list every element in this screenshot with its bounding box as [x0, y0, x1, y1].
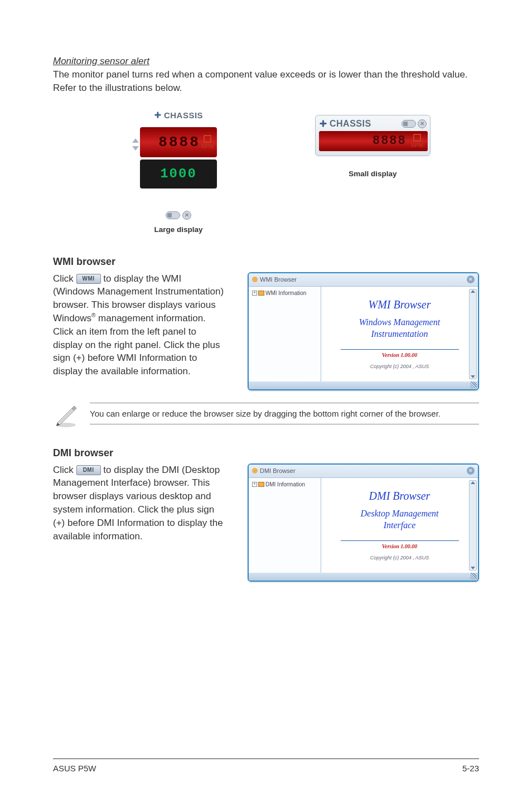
- small-sensor-label: CHASSIS: [330, 119, 371, 129]
- resize-handle[interactable]: [470, 573, 477, 579]
- browser-main-subtitle: Windows ManagementInstrumentation: [359, 317, 440, 340]
- folder-icon: [258, 482, 264, 487]
- version-text: Version 1.00.00: [341, 540, 459, 549]
- toggle-icon: [402, 120, 416, 128]
- tree-panel[interactable]: + WMI Information: [249, 287, 321, 381]
- alert-value-panel: 8888 RPM: [140, 127, 217, 157]
- large-display-caption: Large display: [154, 225, 202, 234]
- browser-main-subtitle: Desktop ManagementInterface: [361, 508, 439, 532]
- copyright-text: Copyright (c) 2004 , ASUS: [370, 364, 429, 369]
- close-icon[interactable]: ✕: [467, 276, 475, 283]
- fan-icon: [154, 111, 162, 119]
- close-icon[interactable]: ✕: [467, 467, 475, 475]
- small-alert-panel: 8888 RPM: [319, 131, 428, 151]
- fan-icon: [319, 119, 327, 128]
- folder-icon: [258, 291, 264, 296]
- close-circle-icon: ✕: [182, 211, 191, 220]
- expand-icon[interactable]: +: [252, 291, 257, 296]
- version-text: Version 1.00.00: [341, 349, 459, 358]
- scrollbar[interactable]: [469, 480, 477, 571]
- tree-root-label[interactable]: WMI Information: [265, 290, 306, 296]
- large-sensor-display: CHASSIS 8888 RPM 1000: [131, 105, 226, 234]
- dmi-browser-window: DMI Browser ✕ + DMI Information DMI Brow…: [248, 463, 479, 582]
- scroll-down-icon[interactable]: [471, 567, 475, 569]
- wmi-button[interactable]: WMI: [76, 274, 101, 284]
- app-icon: [252, 277, 258, 282]
- app-icon: [252, 468, 258, 474]
- window-title: WMI Browser: [260, 276, 297, 283]
- close-circle-icon: ✕: [418, 119, 427, 128]
- browser-main-title: WMI Browser: [368, 298, 431, 311]
- note-text: You can enlarge or reduce the browser si…: [90, 403, 479, 424]
- expand-icon[interactable]: +: [252, 482, 257, 487]
- large-sensor-label: CHASSIS: [164, 110, 203, 120]
- copyright-text: Copyright (c) 2004 , ASUS: [370, 555, 429, 561]
- small-sensor-display: CHASSIS ✕ 8888 RPM Small display: [315, 115, 431, 178]
- scroll-up-icon[interactable]: [471, 290, 475, 293]
- wmi-browser-window: WMI Browser ✕ + WMI Information WMI Brow…: [248, 272, 479, 390]
- note-icon: [53, 403, 79, 428]
- footer-left: ASUS P5W: [53, 764, 96, 773]
- monitoring-body: The monitor panel turns red when a compo…: [53, 68, 479, 95]
- tree-panel[interactable]: + DMI Information: [249, 478, 321, 573]
- small-display-caption: Small display: [349, 170, 396, 178]
- rpm-unit: RPM: [201, 143, 214, 149]
- browser-main-title: DMI Browser: [369, 490, 431, 503]
- content-panel: DMI Browser Desktop ManagementInterface …: [321, 478, 478, 573]
- window-title: DMI Browser: [260, 467, 296, 474]
- dmi-heading: DMI browser: [53, 447, 479, 459]
- scroll-down-icon[interactable]: [471, 375, 475, 378]
- footer-right: 5-23: [462, 764, 479, 773]
- threshold-value-panel: 1000: [140, 160, 217, 189]
- tree-root-label[interactable]: DMI Information: [265, 481, 305, 487]
- dmi-body: Click DMI to display the DMI (Desktop Ma…: [53, 463, 225, 543]
- content-panel: WMI Browser Windows ManagementInstrument…: [321, 287, 478, 381]
- toggle-icon: [166, 211, 180, 219]
- dmi-button[interactable]: DMI: [76, 465, 101, 475]
- scrollbar[interactable]: [469, 289, 477, 379]
- resize-handle[interactable]: [470, 381, 477, 388]
- threshold-arrows: [131, 138, 140, 151]
- rpm-unit: RPM: [411, 142, 423, 148]
- wmi-heading: WMI browser: [53, 256, 479, 268]
- wmi-body: Click WMI to display the WMI (Windows Ma…: [53, 272, 225, 378]
- scroll-up-icon[interactable]: [471, 481, 475, 484]
- monitoring-subtitle: Monitoring sensor alert: [53, 56, 479, 67]
